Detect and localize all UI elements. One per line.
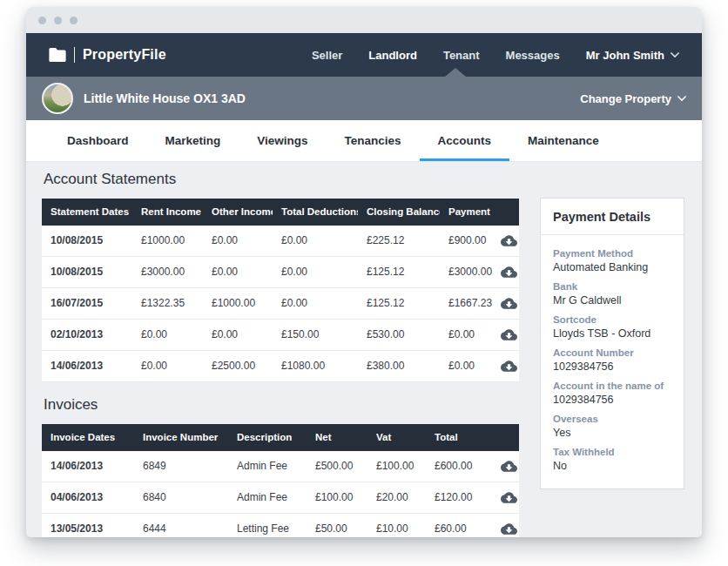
payment-details-panel: Payment Details Payment MethodAutomated … bbox=[540, 198, 684, 489]
statement-col-closing-balance: Closing Balance bbox=[358, 199, 440, 226]
payment-field-value: Lloyds TSB - Oxford bbox=[553, 327, 671, 340]
invoice-col-invoice-dates: Invoice Dates bbox=[42, 424, 134, 451]
statement-cell: £0.00 bbox=[273, 226, 358, 257]
statement-cell: £0.00 bbox=[203, 257, 273, 288]
statement-col-total-deductions: Total Deductions bbox=[273, 199, 358, 226]
statement-date-link[interactable]: 16/07/2015 bbox=[42, 288, 132, 320]
invoice-cell: 6840 bbox=[134, 482, 228, 514]
user-menu[interactable]: Mr John Smith bbox=[586, 49, 679, 62]
statement-col-statement-dates: Statement Dates bbox=[42, 199, 132, 226]
cloud-download-icon[interactable] bbox=[501, 327, 517, 343]
payment-details-title: Payment Details bbox=[541, 199, 684, 235]
statement-cell: £530.00 bbox=[358, 320, 440, 351]
invoice-cell: Admin Fee bbox=[228, 482, 307, 514]
invoice-cell: £120.00 bbox=[426, 482, 492, 514]
browser-window: PropertyFile SellerLandlordTenantMessage… bbox=[26, 7, 702, 537]
payment-field-bank: BankMr G Caldwell bbox=[553, 281, 671, 307]
property-name: Little White House OX1 3AD bbox=[84, 91, 246, 105]
statement-row: 14/06/2013£0.00£2500.00£1080.00£380.00£0… bbox=[42, 351, 519, 382]
tab-tenancies[interactable]: Tenancies bbox=[327, 120, 420, 161]
invoice-row: 13/05/20136444Letting Fee£50.00£10.00£60… bbox=[42, 514, 519, 538]
invoice-download-cell[interactable] bbox=[492, 514, 519, 538]
statements-title: Account Statements bbox=[44, 171, 519, 188]
payment-field-sortcode: SortcodeLloyds TSB - Oxford bbox=[553, 314, 671, 340]
statement-date-link[interactable]: 10/08/2015 bbox=[42, 226, 132, 257]
user-name: Mr John Smith bbox=[586, 49, 664, 62]
statement-row: 10/08/2015£3000.00£0.00£0.00£125.12£3000… bbox=[42, 257, 519, 288]
statement-row: 02/10/2013£0.00£0.00£150.00£530.00£0.00 bbox=[42, 320, 519, 351]
payment-field-label: Sortcode bbox=[553, 314, 671, 326]
statement-date-link[interactable]: 14/06/2013 bbox=[42, 351, 132, 382]
statement-col-payment: Payment bbox=[440, 199, 492, 226]
top-navbar: PropertyFile SellerLandlordTenantMessage… bbox=[26, 33, 702, 77]
payment-field-label: Tax Withheld bbox=[553, 447, 671, 458]
cloud-download-icon[interactable] bbox=[501, 358, 517, 374]
cloud-download-icon[interactable] bbox=[501, 232, 517, 249]
brand-logo[interactable]: PropertyFile bbox=[49, 47, 166, 63]
payment-field-value: Automated Banking bbox=[553, 261, 671, 274]
invoice-col-invoice-number: Invoice Number bbox=[134, 424, 228, 451]
statement-cell: £0.00 bbox=[132, 320, 203, 351]
cloud-download-icon[interactable] bbox=[501, 458, 517, 475]
tab-accounts[interactable]: Accounts bbox=[420, 120, 510, 161]
invoice-date-link[interactable]: 14/06/2013 bbox=[42, 451, 134, 482]
brand-divider bbox=[74, 47, 75, 63]
invoice-cell: £500.00 bbox=[307, 451, 367, 482]
invoice-cell: £50.00 bbox=[307, 514, 367, 538]
active-nav-pointer bbox=[445, 68, 466, 77]
statement-cell: £1322.35 bbox=[132, 288, 203, 320]
section-tabs: DashboardMarketingViewingsTenanciesAccou… bbox=[26, 120, 702, 162]
statement-date-link[interactable]: 10/08/2015 bbox=[42, 257, 132, 288]
invoice-download-cell[interactable] bbox=[492, 482, 519, 514]
invoice-cell: Admin Fee bbox=[228, 451, 307, 482]
invoice-date-link[interactable]: 13/05/2013 bbox=[42, 514, 134, 538]
payment-field-value: Yes bbox=[553, 427, 671, 440]
invoice-date-link[interactable]: 04/06/2013 bbox=[42, 482, 134, 514]
invoice-cell: £60.00 bbox=[426, 514, 492, 538]
statement-download-cell[interactable] bbox=[492, 226, 519, 257]
window-control-minimize[interactable] bbox=[54, 17, 62, 24]
cloud-download-icon[interactable] bbox=[501, 489, 517, 506]
page-content: Account Statements Statement DatesRent I… bbox=[26, 162, 702, 537]
statement-cell: £1000.00 bbox=[203, 288, 273, 320]
statement-cell: £150.00 bbox=[273, 320, 358, 351]
statement-download-cell[interactable] bbox=[492, 320, 519, 351]
invoice-col-net: Net bbox=[307, 424, 367, 451]
invoice-col-description: Description bbox=[228, 424, 307, 451]
statement-cell: £125.12 bbox=[358, 257, 440, 288]
invoice-cell: £100.00 bbox=[307, 482, 367, 514]
statement-download-cell[interactable] bbox=[492, 351, 519, 382]
invoice-cell: £10.00 bbox=[367, 514, 426, 538]
cloud-download-icon[interactable] bbox=[501, 264, 517, 280]
cloud-download-icon[interactable] bbox=[501, 521, 517, 537]
property-photo-avatar bbox=[42, 83, 73, 114]
statement-date-link[interactable]: 02/10/2013 bbox=[42, 320, 132, 351]
statement-cell: £2500.00 bbox=[203, 351, 273, 382]
invoice-cell: 6444 bbox=[134, 514, 228, 538]
nav-item-tenant[interactable]: Tenant bbox=[443, 49, 480, 62]
tab-viewings[interactable]: Viewings bbox=[239, 120, 326, 161]
nav-item-messages[interactable]: Messages bbox=[506, 49, 560, 62]
tab-dashboard[interactable]: Dashboard bbox=[49, 120, 147, 161]
statement-download-cell[interactable] bbox=[492, 288, 519, 320]
tab-maintenance[interactable]: Maintenance bbox=[509, 120, 617, 161]
payment-field-label: Account in the name of bbox=[553, 381, 671, 392]
nav-item-seller[interactable]: Seller bbox=[312, 49, 342, 62]
property-bar: Little White House OX1 3AD Change Proper… bbox=[26, 77, 702, 120]
payment-field-value: 1029384756 bbox=[553, 394, 671, 407]
window-control-close[interactable] bbox=[38, 17, 46, 24]
main-column: Account Statements Statement DatesRent I… bbox=[42, 165, 519, 537]
invoices-table: Invoice DatesInvoice NumberDescriptionNe… bbox=[42, 424, 519, 537]
cloud-download-icon[interactable] bbox=[501, 295, 517, 312]
statement-download-cell[interactable] bbox=[492, 257, 519, 288]
payment-field-value: 1029384756 bbox=[553, 360, 671, 374]
window-control-maximize[interactable] bbox=[70, 17, 78, 24]
payment-field-label: Payment Method bbox=[553, 248, 671, 259]
tab-marketing[interactable]: Marketing bbox=[147, 120, 239, 161]
change-property-button[interactable]: Change Property bbox=[580, 92, 686, 105]
nav-item-landlord[interactable]: Landlord bbox=[368, 49, 417, 62]
invoice-download-cell[interactable] bbox=[492, 451, 519, 482]
statement-col-actions bbox=[492, 199, 519, 226]
payment-field-value: Mr G Caldwell bbox=[553, 294, 671, 307]
statement-cell: £0.00 bbox=[203, 226, 273, 257]
